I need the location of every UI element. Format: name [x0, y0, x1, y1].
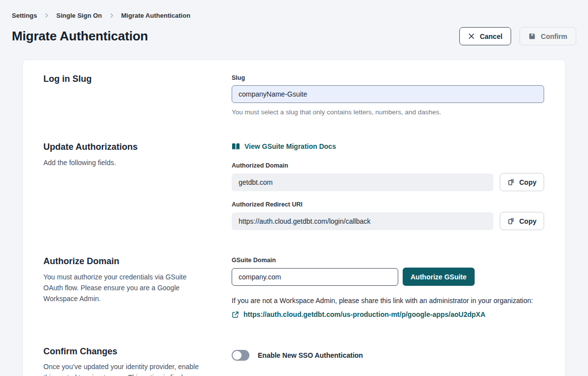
confirm-button[interactable]: Confirm — [519, 27, 576, 45]
authorized-domain-block: Authorized Domain getdbt.com Copy — [232, 162, 544, 191]
breadcrumb: Settings Single Sign On Migrate Authenti… — [12, 12, 576, 19]
breadcrumb-item-migrate-authentication: Migrate Authentication — [121, 12, 190, 19]
section-login-slug-info: Log in Slug — [43, 73, 232, 85]
admin-share-link[interactable]: https://auth.cloud.getdbt.com/us-product… — [232, 310, 485, 318]
settings-card: Log in Slug Slug You must select a slug … — [23, 60, 565, 376]
chevron-right-icon — [109, 13, 114, 18]
section-update-authorizations-fields: View GSuite Migration Docs Authorized Do… — [232, 141, 544, 230]
gsuite-domain-input[interactable] — [232, 268, 398, 286]
save-icon — [528, 33, 536, 40]
toggle-knob — [233, 351, 242, 360]
enable-sso-toggle[interactable] — [232, 350, 249, 361]
section-description: Add the following fields. — [43, 157, 208, 168]
section-update-authorizations: Update Authorizations Add the following … — [43, 141, 544, 230]
copy-redirect-uri-button[interactable]: Copy — [500, 212, 544, 230]
x-icon — [468, 33, 475, 39]
redirect-uri-row: https://auth.cloud.getdbt.com/login/call… — [232, 212, 544, 230]
cancel-button[interactable]: Cancel — [459, 27, 511, 45]
cancel-button-label: Cancel — [480, 33, 502, 40]
gsuite-migration-docs-link-label: View GSuite Migration Docs — [244, 142, 336, 150]
section-authorize-domain-fields: GSuite Domain Authorize GSuite If you ar… — [232, 256, 544, 320]
page-header: Migrate Authentication Cancel Confirm — [12, 27, 576, 45]
redirect-uri-label: Authorized Redirect URI — [232, 201, 544, 208]
section-confirm-changes: Confirm Changes Once you’ve updated your… — [43, 346, 544, 376]
external-link-icon — [232, 311, 239, 318]
slug-field-label: Slug — [232, 74, 544, 81]
confirm-button-label: Confirm — [541, 33, 567, 40]
share-link-instruction: If you are not a Workspace Admin, please… — [232, 296, 544, 306]
section-login-slug-fields: Slug You must select a slug that only co… — [232, 73, 544, 116]
gsuite-domain-row: Authorize GSuite — [232, 268, 544, 286]
redirect-uri-block: Authorized Redirect URI https://auth.clo… — [232, 201, 544, 230]
admin-share-link-label: https://auth.cloud.getdbt.com/us-product… — [243, 310, 485, 318]
authorized-domain-label: Authorized Domain — [232, 162, 544, 169]
section-confirm-changes-fields: Enable New SSO Authentication — [232, 346, 544, 361]
authorized-domain-row: getdbt.com Copy — [232, 173, 544, 191]
authorize-gsuite-button[interactable]: Authorize GSuite — [403, 268, 475, 286]
enable-sso-toggle-row: Enable New SSO Authentication — [232, 347, 544, 361]
copy-icon — [508, 178, 515, 186]
section-login-slug: Log in Slug Slug You must select a slug … — [43, 73, 544, 116]
slug-helper-text: You must select a slug that only contain… — [232, 108, 544, 116]
section-description: You must authorize your credentials via … — [43, 272, 208, 304]
header-actions: Cancel Confirm — [459, 27, 576, 45]
section-title: Authorize Domain — [43, 256, 208, 267]
section-title: Log in Slug — [43, 73, 208, 85]
redirect-uri-value: https://auth.cloud.getdbt.com/login/call… — [232, 212, 493, 230]
section-authorize-domain: Authorize Domain You must authorize your… — [43, 256, 544, 320]
chevron-right-icon — [44, 13, 49, 18]
gsuite-migration-docs-link[interactable]: View GSuite Migration Docs — [232, 142, 336, 150]
breadcrumb-item-single-sign-on[interactable]: Single Sign On — [56, 12, 102, 19]
section-update-authorizations-info: Update Authorizations Add the following … — [43, 141, 232, 168]
copy-icon — [508, 217, 515, 225]
enable-sso-toggle-label: Enable New SSO Authentication — [258, 351, 363, 359]
page-title: Migrate Authentication — [12, 29, 148, 44]
section-confirm-changes-info: Confirm Changes Once you’ve updated your… — [43, 346, 232, 376]
book-icon — [232, 143, 240, 150]
gsuite-domain-label: GSuite Domain — [232, 257, 544, 264]
slug-input[interactable] — [232, 85, 544, 103]
copy-button-label: Copy — [519, 217, 537, 225]
copy-button-label: Copy — [519, 178, 537, 186]
section-title: Update Authorizations — [43, 141, 208, 153]
section-description: Once you’ve updated your identity provid… — [43, 361, 208, 376]
section-authorize-domain-info: Authorize Domain You must authorize your… — [43, 256, 232, 304]
authorized-domain-value: getdbt.com — [232, 173, 493, 191]
copy-authorized-domain-button[interactable]: Copy — [500, 173, 544, 191]
breadcrumb-item-settings[interactable]: Settings — [12, 12, 37, 19]
page: Settings Single Sign On Migrate Authenti… — [0, 0, 588, 376]
section-title: Confirm Changes — [43, 346, 208, 357]
